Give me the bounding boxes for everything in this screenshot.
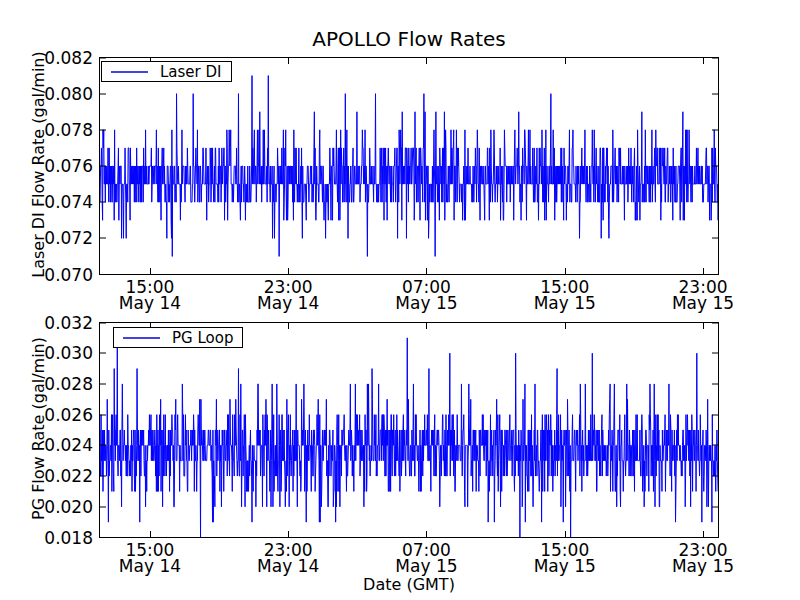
legend-line-sample-icon [111,71,148,73]
xtick-label: 15:00May 15 [510,542,620,574]
ytick-label: 0.072 [35,228,93,248]
ytick-label: 0.030 [35,343,93,363]
legend-label: Laser DI [160,63,222,81]
pg-loop-plot: PG Loop [99,322,719,538]
xtick-label: 15:00May 14 [95,279,205,311]
laser-di-legend: Laser DI [101,61,232,82]
ytick-label: 0.070 [35,265,93,285]
xtick-label: 07:00May 15 [371,279,481,311]
legend-label: PG Loop [172,329,233,347]
ytick-label: 0.076 [35,156,93,176]
xtick-label: 07:00May 15 [371,542,481,574]
xtick-label: 15:00May 14 [95,542,205,574]
legend-line-sample-icon [123,337,160,339]
laser-di-line-canvas [99,57,719,275]
ytick-label: 0.080 [35,84,93,104]
pg-loop-line-canvas [99,322,719,538]
chart-title: APOLLO Flow Rates [99,28,719,50]
xtick-label: 15:00May 15 [510,279,620,311]
laser-di-plot: Laser DI [99,57,719,275]
ytick-label: 0.082 [35,48,93,68]
ytick-label: 0.028 [35,374,93,394]
ytick-label: 0.020 [35,497,93,517]
xtick-label: 23:00May 14 [233,279,343,311]
ytick-label: 0.024 [35,435,93,455]
ytick-label: 0.026 [35,405,93,425]
xtick-label: 23:00May 14 [233,542,343,574]
x-axis-label: Date (GMT) [99,575,719,594]
figure: APOLLO Flow Rates Laser DI Flow Rate (ga… [0,0,800,600]
ytick-label: 0.022 [35,466,93,486]
ytick-label: 0.074 [35,192,93,212]
xtick-label: 23:00May 15 [648,279,758,311]
pg-loop-legend: PG Loop [113,327,243,348]
ytick-label: 0.078 [35,120,93,140]
ytick-label: 0.018 [35,528,93,548]
xtick-label: 23:00May 15 [648,542,758,574]
ytick-label: 0.032 [35,313,93,333]
